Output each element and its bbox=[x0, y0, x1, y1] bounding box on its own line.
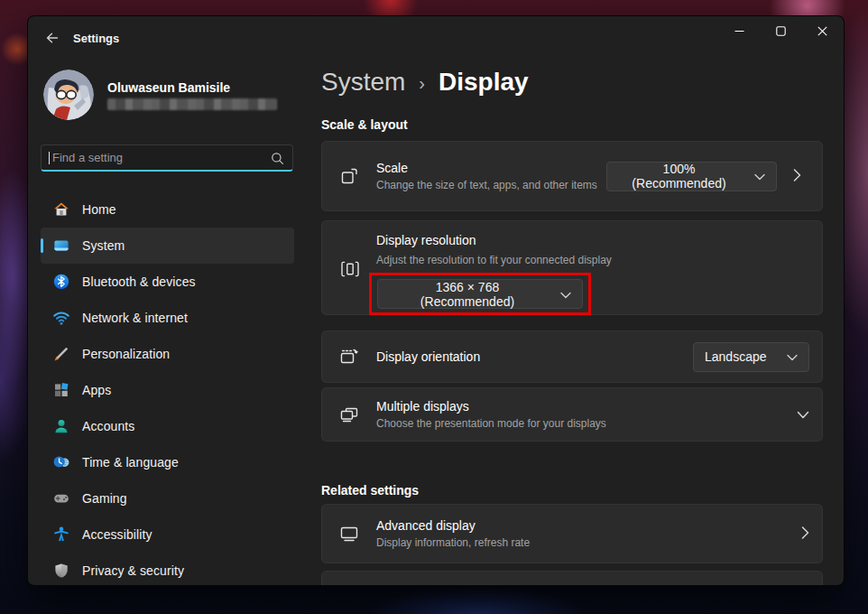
chevron-down-icon bbox=[560, 287, 571, 302]
back-arrow-icon bbox=[45, 31, 60, 48]
apps-icon bbox=[41, 381, 82, 399]
section-header-scale-layout: Scale & layout bbox=[321, 117, 408, 132]
home-icon bbox=[41, 200, 82, 219]
system-icon bbox=[41, 237, 82, 255]
display-resolution-dropdown[interactable]: 1366 × 768 (Recommended) bbox=[377, 279, 583, 309]
sidebar-item-label: Privacy & security bbox=[82, 563, 184, 578]
sidebar-item-label: Accessibility bbox=[82, 527, 152, 542]
user-name: Oluwaseun Bamisile bbox=[107, 80, 230, 95]
sidebar-nav: Home System Bluetooth & devices Network … bbox=[41, 191, 294, 586]
close-button[interactable] bbox=[801, 16, 843, 47]
text-caret bbox=[49, 152, 50, 164]
window-controls bbox=[718, 16, 843, 47]
avatar bbox=[43, 70, 94, 120]
section-header-related-settings: Related settings bbox=[321, 483, 419, 498]
multiple-displays-description: Choose the presentation mode for your di… bbox=[376, 417, 797, 431]
chevron-down-icon bbox=[787, 349, 798, 364]
settings-window: Settings Oluwaseun bbox=[27, 15, 845, 586]
network-icon bbox=[41, 309, 82, 327]
sidebar-item-bluetooth-devices[interactable]: Bluetooth & devices bbox=[41, 264, 294, 300]
privacy-security-icon bbox=[41, 562, 82, 580]
display-orientation-icon bbox=[322, 346, 376, 367]
display-resolution-icon bbox=[339, 258, 361, 284]
display-orientation-value: Landscape bbox=[705, 349, 767, 364]
personalization-icon bbox=[41, 345, 82, 363]
minimize-icon bbox=[734, 25, 744, 39]
user-email-redacted bbox=[107, 98, 277, 110]
desktop: { "window": { "title": "Settings", "cont… bbox=[0, 0, 868, 614]
red-annotation-box: 1366 × 768 (Recommended) bbox=[369, 273, 591, 315]
scale-icon bbox=[322, 165, 376, 187]
sidebar-item-label: Accounts bbox=[82, 419, 134, 433]
scale-card: Scale Change the size of text, apps, and… bbox=[321, 141, 823, 211]
scale-title: Scale bbox=[376, 161, 606, 175]
sidebar-item-label: Time & language bbox=[82, 455, 179, 470]
chevron-right-icon bbox=[801, 526, 809, 542]
minimize-button[interactable] bbox=[718, 16, 760, 47]
scale-text: Scale Change the size of text, apps, and… bbox=[376, 161, 606, 192]
gaming-icon bbox=[41, 489, 82, 507]
scale-dropdown-value: 100% (Recommended) bbox=[618, 162, 740, 191]
sidebar-item-personalization[interactable]: Personalization bbox=[41, 336, 294, 372]
sidebar-item-accessibility[interactable]: Accessibility bbox=[41, 516, 294, 553]
time-language-icon bbox=[41, 453, 82, 471]
scale-dropdown[interactable]: 100% (Recommended) bbox=[606, 162, 777, 191]
advanced-display-description: Display information, refresh rate bbox=[376, 536, 801, 550]
multiple-displays-title: Multiple displays bbox=[376, 399, 797, 414]
accounts-icon bbox=[41, 417, 82, 435]
sidebar-item-label: Personalization bbox=[82, 347, 170, 361]
sidebar-item-time-language[interactable]: Time & language bbox=[41, 444, 294, 480]
multiple-displays-expand-button[interactable] bbox=[797, 408, 809, 422]
display-resolution-value: 1366 × 768 (Recommended) bbox=[389, 280, 546, 309]
sidebar-item-privacy-security[interactable]: Privacy & security bbox=[41, 553, 294, 586]
sidebar-item-system[interactable]: System bbox=[41, 228, 294, 264]
advanced-display-navigate-button[interactable] bbox=[801, 526, 809, 542]
accessibility-icon bbox=[41, 526, 82, 544]
multiple-displays-icon bbox=[322, 404, 376, 425]
sidebar-item-label: Gaming bbox=[82, 491, 127, 506]
breadcrumb-system[interactable]: System bbox=[321, 68, 405, 97]
maximize-button[interactable] bbox=[760, 16, 801, 47]
chevron-right-icon bbox=[793, 169, 801, 184]
search-box bbox=[41, 144, 293, 172]
search-icon bbox=[271, 152, 284, 169]
search-input[interactable] bbox=[42, 145, 292, 170]
sidebar-item-label: Home bbox=[82, 202, 116, 217]
advanced-display-card[interactable]: Advanced display Display information, re… bbox=[321, 504, 823, 563]
breadcrumb-separator: › bbox=[419, 73, 425, 94]
sidebar-item-apps[interactable]: Apps bbox=[41, 372, 294, 408]
sidebar-item-label: Bluetooth & devices bbox=[82, 274, 196, 289]
sidebar-item-home[interactable]: Home bbox=[41, 191, 294, 228]
bluetooth-icon bbox=[41, 273, 82, 291]
breadcrumb: System › Display bbox=[321, 68, 529, 97]
sidebar-item-label: Apps bbox=[82, 383, 111, 397]
display-resolution-card: Display resolution Adjust the resolution… bbox=[321, 220, 823, 315]
sidebar-item-gaming[interactable]: Gaming bbox=[41, 480, 294, 516]
partial-next-card[interactable] bbox=[321, 571, 823, 586]
display-orientation-title: Display orientation bbox=[376, 349, 693, 364]
scale-detail-button[interactable] bbox=[793, 169, 801, 184]
chevron-down-icon bbox=[754, 169, 765, 183]
display-resolution-description: Adjust the resolution to fit your connec… bbox=[376, 254, 612, 267]
close-icon bbox=[817, 25, 827, 39]
advanced-display-icon bbox=[322, 523, 376, 544]
page-title: Display bbox=[439, 68, 529, 97]
multiple-displays-card[interactable]: Multiple displays Choose the presentatio… bbox=[321, 387, 823, 442]
back-button[interactable] bbox=[39, 29, 66, 49]
chevron-down-icon bbox=[797, 408, 809, 422]
sidebar-item-accounts[interactable]: Accounts bbox=[41, 408, 294, 444]
maximize-icon bbox=[776, 25, 786, 39]
scale-description: Change the size of text, apps, and other… bbox=[376, 179, 606, 192]
display-resolution-title: Display resolution bbox=[376, 233, 476, 247]
window-title: Settings bbox=[73, 32, 119, 45]
advanced-display-title: Advanced display bbox=[376, 518, 801, 533]
sidebar-item-network-internet[interactable]: Network & internet bbox=[41, 300, 294, 336]
display-orientation-dropdown[interactable]: Landscape bbox=[693, 342, 809, 372]
display-orientation-card: Display orientation Landscape bbox=[321, 330, 823, 383]
sidebar-item-label: Network & internet bbox=[82, 311, 188, 325]
sidebar-item-label: System bbox=[82, 238, 125, 253]
